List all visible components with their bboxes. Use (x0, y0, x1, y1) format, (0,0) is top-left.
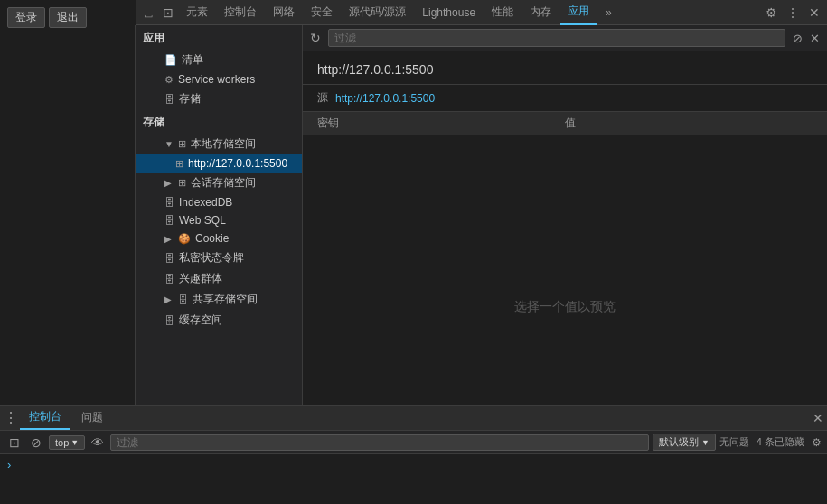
no-issues-status: 无问题 (719, 435, 749, 449)
bottom-console: ⋮ 控制台 问题 ✕ ⊡ ⊘ top ▼ 👁 默认级别 ▼ 无问题 4 条已隐藏… (0, 405, 827, 504)
sidebar-item-interest-groups[interactable]: 🗄 兴趣群体 (136, 268, 302, 289)
tab-lighthouse[interactable]: Lighthouse (415, 0, 483, 25)
sidebar-item-localhost[interactable]: ⊞ http://127.0.0.1:5500 (136, 154, 302, 173)
session-storage-arrow: ▶ (164, 178, 174, 188)
console-toolbar: ⊡ ⊘ top ▼ 👁 默认级别 ▼ 无问题 4 条已隐藏 ⚙ (0, 431, 827, 454)
sidebar-item-service-workers[interactable]: ⚙ Service workers (136, 70, 302, 89)
filter-input[interactable] (328, 29, 785, 47)
source-row: 源 http://127.0.0.1:5500 (303, 85, 827, 112)
cookie-icon: 🍪 (178, 233, 191, 245)
indexeddb-icon: 🗄 (164, 197, 174, 208)
log-level-button[interactable]: 默认级别 ▼ (653, 434, 716, 451)
tab-security[interactable]: 安全 (304, 0, 340, 25)
sidebar-item-local-storage[interactable]: ▼ ⊞ 本地存储空间 (136, 134, 302, 154)
tab-more[interactable]: » (598, 0, 619, 25)
source-url: http://127.0.0.1:5500 (335, 92, 435, 105)
sidebar-item-private-token-label: 私密状态令牌 (179, 250, 244, 266)
source-label: 源 (317, 90, 328, 106)
sidebar-item-manifest-label: 清单 (182, 52, 203, 68)
sidebar-item-local-storage-label: 本地存储空间 (191, 136, 256, 152)
refresh-icon[interactable]: ↻ (310, 31, 321, 45)
close-devtools-icon[interactable]: ✕ (805, 4, 823, 22)
sidebar-item-cookie[interactable]: ▶ 🍪 Cookie (136, 229, 302, 247)
sidebar-item-web-sql[interactable]: 🗄 Web SQL (136, 211, 302, 229)
tab-application[interactable]: 应用 (560, 0, 597, 25)
sidebar-item-session-storage-label: 会话存储空间 (191, 175, 256, 191)
log-level-label: 默认级别 (659, 435, 699, 449)
close-console-button[interactable]: ✕ (813, 411, 823, 425)
top-label: top (55, 437, 69, 448)
tab-network[interactable]: 网络 (266, 0, 302, 25)
table-header-key: 密钥 (317, 116, 565, 131)
console-menu-icon[interactable]: ⋮ (4, 409, 18, 426)
tab-sources[interactable]: 源代码/源源 (342, 0, 413, 25)
localhost-icon: ⊞ (175, 158, 183, 170)
console-error-icon[interactable]: ⊘ (27, 434, 45, 452)
sidebar-item-shared-storage-label: 共享存储空间 (193, 292, 258, 307)
sidebar-item-service-workers-label: Service workers (178, 73, 255, 86)
manifest-icon: 📄 (164, 54, 177, 66)
storage-menu-icon: 🗄 (164, 94, 174, 105)
local-storage-icon: ⊞ (178, 138, 186, 150)
local-storage-arrow: ▼ (164, 139, 174, 149)
toolbar-icon-inspect[interactable]: ⊡ (159, 4, 177, 22)
app-header-bar: ↻ ⊘ ✕ (303, 25, 827, 51)
console-body: › (0, 454, 827, 504)
sidebar-item-indexeddb[interactable]: 🗄 IndexedDB (136, 193, 302, 211)
console-settings-icon[interactable]: ⚙ (812, 436, 822, 449)
sidebar-item-interest-groups-label: 兴趣群体 (179, 271, 222, 286)
sidebar-item-session-storage[interactable]: ▶ ⊞ 会话存储空间 (136, 173, 302, 193)
clear-storage-icon[interactable]: ⊘ (793, 32, 803, 45)
sidebar-item-localhost-label: http://127.0.0.1:5500 (188, 157, 287, 170)
tab-performance[interactable]: 性能 (484, 0, 521, 25)
tab-issues[interactable]: 问题 (72, 406, 112, 429)
sidebar-item-web-sql-label: Web SQL (179, 214, 226, 227)
exit-button[interactable]: 退出 (49, 7, 87, 28)
sidebar-item-private-token[interactable]: 🗄 私密状态令牌 (136, 247, 302, 268)
tab-elements[interactable]: 元素 (179, 0, 215, 25)
sidebar-item-cookie-label: Cookie (195, 232, 229, 245)
sidebar-item-storage-menu[interactable]: 🗄 存储 (136, 89, 302, 109)
cookie-arrow: ▶ (164, 234, 174, 244)
settings-icon[interactable]: ⚙ (762, 4, 780, 22)
tab-console-bottom[interactable]: 控制台 (20, 406, 70, 430)
console-clear-icon[interactable]: ⊡ (5, 434, 23, 452)
log-level-arrow: ▼ (701, 438, 710, 447)
tab-console[interactable]: 控制台 (217, 0, 264, 25)
devtools-toolbar: ⎵ ⊡ 元素 控制台 网络 安全 源代码/源源 Lighthouse 性能 内存… (136, 0, 827, 25)
sidebar-item-shared-storage[interactable]: ▶ 🗄 共享存储空间 (136, 289, 302, 310)
sidebar-item-indexeddb-label: IndexedDB (179, 196, 232, 209)
console-prompt[interactable]: › (7, 458, 820, 471)
web-sql-icon: 🗄 (164, 215, 174, 226)
url-display: http://127.0.0.1:5500 (303, 51, 827, 85)
login-button[interactable]: 登录 (7, 7, 45, 28)
sidebar-section-storage: 存储 (136, 109, 302, 134)
close-filter-icon[interactable]: ✕ (810, 32, 820, 45)
sidebar-item-cache[interactable]: 🗄 缓存空间 (136, 310, 302, 331)
left-panel (0, 25, 136, 405)
tab-memory[interactable]: 内存 (522, 0, 559, 25)
content-url: http://127.0.0.1:5500 (317, 62, 433, 77)
sidebar-item-manifest[interactable]: 📄 清单 (136, 50, 302, 70)
cache-icon: 🗄 (164, 315, 174, 326)
shared-storage-arrow: ▶ (164, 294, 174, 304)
eye-icon[interactable]: 👁 (89, 434, 107, 452)
shared-storage-icon: 🗄 (178, 294, 188, 305)
preview-text: 选择一个值以预览 (514, 299, 616, 315)
more-options-icon[interactable]: ⋮ (784, 4, 802, 22)
hidden-count: 4 条已隐藏 (757, 435, 804, 449)
interest-groups-icon: 🗄 (164, 274, 174, 285)
sidebar-item-storage-menu-label: 存储 (179, 91, 201, 107)
console-filter-input[interactable] (110, 434, 649, 451)
private-token-icon: 🗄 (164, 253, 174, 264)
top-dropdown[interactable]: top ▼ (49, 435, 85, 450)
prompt-arrow: › (7, 458, 11, 471)
top-dropdown-arrow: ▼ (70, 438, 79, 447)
toolbar-right-icons: ⚙ ⋮ ✕ (762, 4, 823, 22)
sidebar-item-cache-label: 缓存空间 (179, 313, 222, 328)
toolbar-icon-dock[interactable]: ⎵ (139, 4, 157, 22)
service-workers-icon: ⚙ (164, 74, 174, 86)
table-header: 密钥 值 (303, 112, 827, 135)
sidebar-section-app: 应用 (136, 25, 302, 50)
top-buttons: 登录 退出 (7, 7, 87, 28)
